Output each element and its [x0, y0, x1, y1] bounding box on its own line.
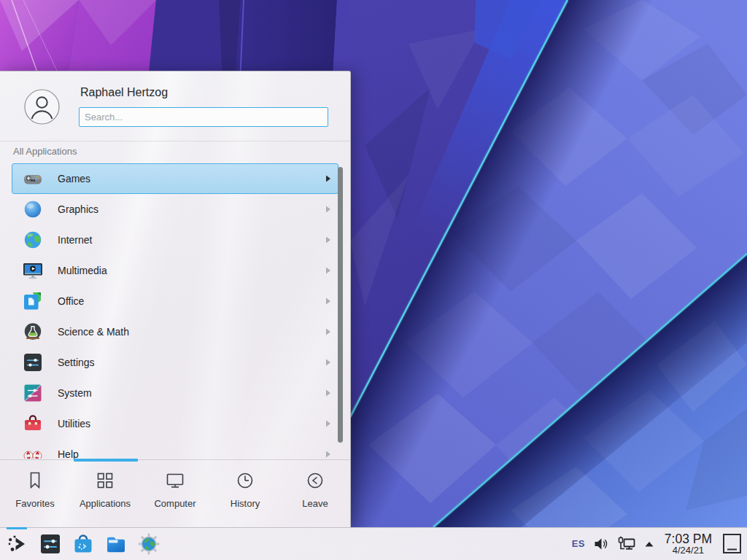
- list-scrollbar[interactable]: [338, 167, 343, 443]
- globe-gear-icon: [137, 532, 160, 556]
- tab-applications[interactable]: Applications: [70, 460, 140, 527]
- submenu-arrow-icon: [325, 206, 331, 213]
- menu-item-label: Utilities: [58, 418, 325, 429]
- menu-item-games[interactable]: Games: [12, 163, 338, 194]
- menu-item-label: Help: [58, 448, 325, 459]
- submenu-arrow-icon: [325, 451, 331, 458]
- menu-item-label: Settings: [58, 357, 325, 368]
- submenu-arrow-icon: [325, 420, 331, 427]
- menu-item-label: System: [58, 387, 325, 399]
- network-wired-icon[interactable]: [617, 536, 636, 552]
- tab-label: Applications: [80, 498, 131, 509]
- submenu-arrow-icon: [325, 267, 331, 274]
- search-input[interactable]: [79, 107, 328, 127]
- file-manager-button[interactable]: [104, 532, 128, 556]
- show-desktop-icon[interactable]: [722, 533, 742, 554]
- expand-tray-arrow-icon[interactable]: [644, 540, 654, 548]
- menu-item-label: Multimedia: [58, 265, 325, 276]
- menu-item-science-math[interactable]: Science & Math: [12, 316, 338, 347]
- user-avatar-icon[interactable]: [24, 89, 60, 125]
- keyboard-layout-indicator[interactable]: ES: [572, 538, 585, 549]
- multimedia-monitor-icon: [23, 260, 43, 281]
- menu-item-system[interactable]: System: [12, 378, 338, 408]
- tab-leave[interactable]: Leave: [280, 460, 350, 527]
- application-launcher-menu: Raphael Hertzog All Applications: [0, 71, 351, 527]
- menu-item-internet[interactable]: Internet: [12, 225, 338, 255]
- leave-icon: [305, 470, 325, 491]
- launcher-header: Raphael Hertzog: [0, 71, 350, 141]
- graphics-ball-icon: [23, 199, 43, 219]
- tab-history[interactable]: History: [210, 460, 280, 527]
- menu-item-label: Games: [58, 173, 325, 184]
- submenu-arrow-icon: [325, 328, 331, 335]
- active-task-indicator: [7, 527, 27, 529]
- web-browser-button[interactable]: [137, 532, 160, 556]
- clock-time: 7:03 PM: [665, 532, 712, 545]
- menu-item-label: Office: [58, 295, 325, 307]
- gamepad-icon: [23, 168, 43, 189]
- menu-item-label: Graphics: [58, 203, 325, 215]
- submenu-arrow-icon: [325, 298, 331, 305]
- globe-icon: [23, 230, 43, 250]
- menu-item-multimedia[interactable]: Multimedia: [12, 255, 338, 286]
- desktop: Raphael Hertzog All Applications: [0, 0, 747, 560]
- science-flask-icon: [23, 322, 43, 342]
- clock-date: 4/24/21: [673, 545, 704, 556]
- tab-label: Computer: [154, 498, 196, 509]
- menu-item-office[interactable]: Office: [12, 286, 338, 316]
- system-tweaks-icon: [23, 383, 43, 403]
- menu-item-settings[interactable]: Settings: [12, 347, 338, 378]
- taskbar-launchers: [0, 532, 160, 556]
- volume-icon[interactable]: [593, 537, 609, 551]
- menu-item-label: Internet: [58, 234, 325, 246]
- section-label: All Applications: [13, 146, 77, 157]
- utilities-toolbox-icon: [23, 413, 43, 434]
- folder-icon: [104, 532, 128, 556]
- settings-sliders-icon: [23, 352, 43, 373]
- taskbar-panel: ES 7:03 PM 4/24/21: [0, 527, 747, 560]
- menu-item-graphics[interactable]: Graphics: [12, 194, 338, 225]
- submenu-arrow-icon: [325, 389, 331, 397]
- tab-computer[interactable]: Computer: [140, 460, 210, 527]
- user-name: Raphael Hertzog: [80, 86, 168, 99]
- submenu-arrow-icon: [325, 359, 331, 366]
- launcher-tab-bar: Favorites Applications Computer: [0, 459, 350, 527]
- digital-clock[interactable]: 7:03 PM 4/24/21: [665, 532, 712, 556]
- tab-label: Leave: [302, 498, 328, 509]
- kde-launcher-icon: [6, 532, 29, 556]
- submenu-arrow-icon: [325, 236, 331, 244]
- grid-icon: [95, 470, 115, 491]
- application-launcher-button[interactable]: [6, 532, 29, 556]
- menu-item-help[interactable]: Help: [12, 439, 338, 459]
- clock-icon: [235, 470, 255, 491]
- discover-bag-icon: [71, 532, 95, 556]
- office-document-icon: [23, 291, 43, 311]
- system-settings-button[interactable]: [39, 532, 62, 556]
- system-settings-icon: [39, 532, 62, 556]
- tab-label: Favorites: [15, 498, 54, 509]
- discover-button[interactable]: [71, 532, 95, 556]
- menu-item-label: Science & Math: [58, 326, 325, 338]
- tab-label: History: [231, 498, 260, 509]
- tab-favorites[interactable]: Favorites: [0, 460, 70, 527]
- submenu-arrow-icon: [325, 175, 331, 182]
- bookmark-icon: [25, 470, 45, 491]
- monitor-icon: [165, 470, 185, 491]
- help-lifebuoy-icon: [23, 444, 43, 459]
- menu-item-utilities[interactable]: Utilities: [12, 408, 338, 439]
- system-tray: ES 7:03 PM 4/24/21: [572, 532, 747, 556]
- category-list: Games Graphics: [0, 162, 350, 459]
